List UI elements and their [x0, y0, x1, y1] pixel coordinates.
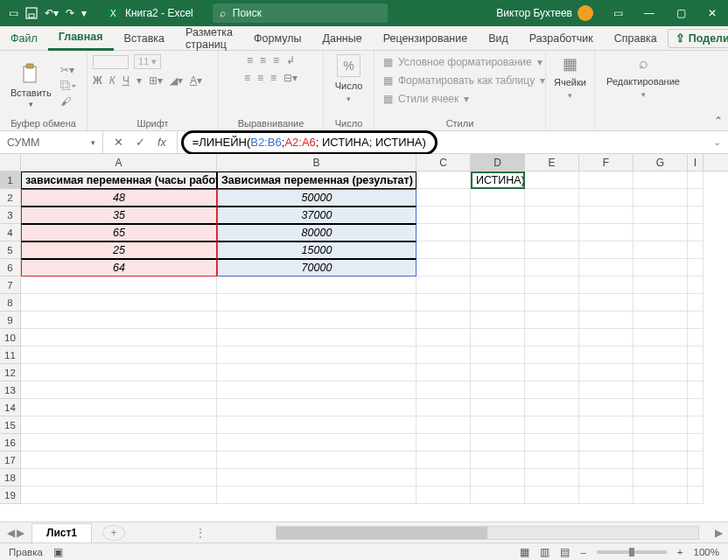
cell[interactable] — [525, 434, 579, 452]
new-sheet-button[interactable]: + — [102, 525, 125, 541]
spreadsheet-grid[interactable]: A B C D E F G I 1зависимая переменная (ч… — [0, 154, 728, 542]
row-header[interactable]: 13 — [0, 382, 21, 399]
cell[interactable] — [634, 399, 688, 416]
row-header[interactable]: 3 — [0, 206, 21, 224]
cell[interactable] — [688, 276, 704, 294]
cell[interactable] — [634, 346, 688, 364]
row-header[interactable]: 5 — [0, 242, 21, 259]
cell[interactable] — [688, 399, 704, 416]
zoom-out-icon[interactable]: – — [580, 547, 585, 557]
align-bot-icon[interactable]: ≡ — [273, 54, 279, 66]
cell[interactable] — [525, 242, 579, 259]
tab-help[interactable]: Справка — [604, 26, 668, 51]
cell[interactable] — [525, 259, 579, 276]
cell[interactable] — [21, 312, 217, 329]
cell[interactable]: 65 — [21, 224, 217, 242]
cell[interactable] — [525, 189, 579, 206]
col-header-c[interactable]: C — [416, 154, 471, 171]
cell[interactable] — [471, 416, 525, 434]
cell[interactable] — [525, 382, 579, 399]
editing-icon[interactable]: ⌕ — [639, 54, 648, 73]
align-mid-icon[interactable]: ≡ — [260, 54, 266, 66]
cell[interactable] — [21, 364, 217, 382]
cell[interactable] — [471, 452, 525, 469]
cell[interactable] — [217, 382, 416, 399]
cell[interactable] — [217, 364, 416, 382]
cell[interactable] — [634, 452, 688, 469]
cell[interactable] — [416, 329, 471, 346]
cell[interactable] — [416, 224, 471, 242]
cell[interactable] — [416, 294, 471, 312]
cell[interactable] — [634, 382, 688, 399]
cell[interactable] — [688, 364, 704, 382]
row-header[interactable]: 19 — [0, 486, 21, 504]
share-button[interactable]: ⇪ Поделиться — [668, 29, 728, 48]
cell[interactable] — [416, 364, 471, 382]
tab-page-layout[interactable]: Разметка страниц — [175, 26, 243, 51]
italic-button[interactable]: К — [109, 74, 116, 87]
col-header-g[interactable]: G — [634, 154, 688, 171]
cell[interactable] — [579, 329, 634, 346]
save-icon[interactable] — [25, 7, 38, 19]
cell[interactable] — [217, 416, 416, 434]
cell[interactable] — [416, 172, 471, 189]
cell[interactable] — [416, 276, 471, 294]
align-right-icon[interactable]: ≡ — [270, 72, 276, 84]
cell[interactable] — [21, 294, 217, 312]
scroll-right-icon[interactable]: ▶ — [710, 527, 728, 539]
cell[interactable] — [688, 206, 704, 224]
cell[interactable] — [688, 469, 704, 486]
collapse-ribbon-icon[interactable]: ⌃ — [714, 115, 723, 127]
cell[interactable]: 50000 — [217, 189, 416, 206]
row-header[interactable]: 11 — [0, 346, 21, 364]
qat-dropdown-icon[interactable]: ▾ — [81, 7, 87, 19]
cell[interactable] — [579, 224, 634, 242]
cell[interactable] — [525, 469, 579, 486]
cell[interactable] — [416, 469, 471, 486]
cell[interactable] — [525, 276, 579, 294]
cell[interactable] — [471, 189, 525, 206]
cell[interactable]: Зависимая переменная (результат) — [217, 172, 416, 189]
row-header[interactable]: 9 — [0, 312, 21, 329]
cell[interactable] — [579, 469, 634, 486]
cell[interactable] — [416, 434, 471, 452]
col-header-i[interactable]: I — [688, 154, 704, 171]
cell[interactable] — [634, 206, 688, 224]
zoom-slider[interactable] — [597, 550, 667, 554]
cell[interactable] — [634, 486, 688, 504]
align-top-icon[interactable]: ≡ — [247, 54, 253, 66]
cell[interactable] — [471, 434, 525, 452]
cell[interactable] — [688, 172, 704, 189]
cell[interactable] — [21, 416, 217, 434]
fill-color-button[interactable]: ◢▾ — [170, 74, 183, 87]
sheet-nav-prev-icon[interactable]: ◀ — [7, 527, 15, 539]
cell[interactable] — [21, 382, 217, 399]
col-header-f[interactable]: F — [579, 154, 634, 171]
cell[interactable]: 35 — [21, 206, 217, 224]
cell[interactable] — [579, 434, 634, 452]
tab-home[interactable]: Главная — [48, 26, 114, 51]
conditional-formatting-button[interactable]: ▦Условное форматирование▾ — [380, 54, 546, 70]
horizontal-scrollbar[interactable] — [276, 526, 699, 540]
cell[interactable] — [579, 486, 634, 504]
cell[interactable] — [688, 329, 704, 346]
cut-icon[interactable]: ✂▾ — [60, 64, 76, 76]
cell[interactable] — [21, 329, 217, 346]
cell[interactable] — [471, 206, 525, 224]
cell[interactable] — [416, 382, 471, 399]
bold-button[interactable]: Ж — [93, 74, 102, 87]
number-format-button[interactable]: % — [337, 54, 360, 77]
cell[interactable] — [525, 452, 579, 469]
cell[interactable] — [471, 276, 525, 294]
cell[interactable] — [688, 294, 704, 312]
ribbon-display-icon[interactable]: ▭ — [602, 0, 634, 26]
fx-icon[interactable]: fx — [158, 136, 166, 149]
undo-icon[interactable]: ↶▾ — [45, 7, 59, 19]
cell[interactable] — [217, 469, 416, 486]
row-header[interactable]: 18 — [0, 469, 21, 486]
tab-file[interactable]: Файл — [0, 26, 48, 51]
expand-formula-bar-icon[interactable]: ⌄ — [706, 136, 728, 148]
cell[interactable] — [21, 399, 217, 416]
border-button[interactable]: ⊞▾ — [149, 74, 163, 87]
cell[interactable] — [416, 206, 471, 224]
